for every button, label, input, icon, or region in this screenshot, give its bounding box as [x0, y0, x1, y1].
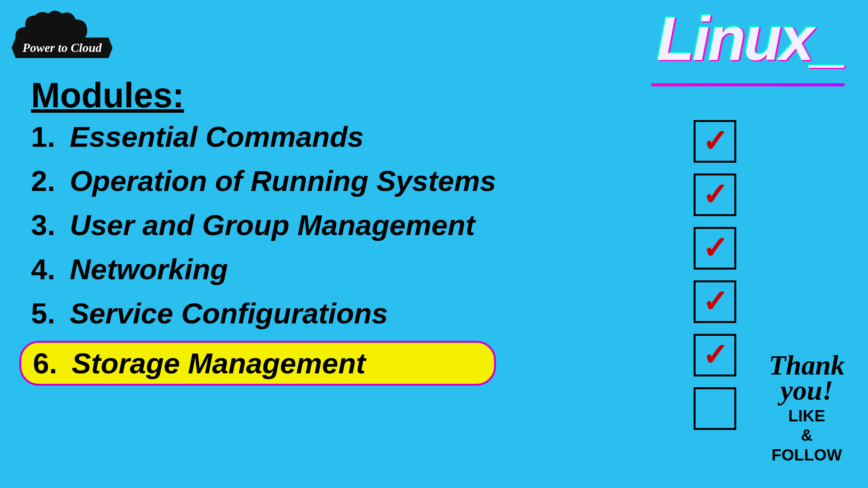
- checkbox-5: [694, 334, 736, 376]
- item-text: User and Group Management: [70, 208, 475, 242]
- logo-area: Power to Cloud: [12, 8, 120, 58]
- linux-title: Linux_: [656, 8, 845, 70]
- list-item: 4. Networking: [31, 253, 496, 286]
- item-text: Storage Management: [72, 347, 366, 380]
- item-number: 1.: [31, 120, 70, 153]
- modules-heading: Modules:: [31, 76, 184, 115]
- item-text: Service Configurations: [70, 297, 388, 330]
- list-item: 2. Operation of Running Systems: [31, 164, 496, 198]
- item-text: Essential Commands: [70, 120, 364, 153]
- item-number: 2.: [31, 164, 70, 198]
- module-list: 1. Essential Commands 2. Operation of Ru…: [31, 120, 496, 397]
- list-item: 1. Essential Commands: [31, 120, 496, 153]
- checkbox-6: [694, 387, 736, 430]
- list-item-highlighted: 6. Storage Management: [19, 341, 496, 386]
- checkbox-3: [694, 227, 736, 270]
- list-item: 5. Service Configurations: [31, 297, 496, 330]
- checkbox-2: [694, 174, 736, 216]
- item-number: 3.: [31, 208, 70, 242]
- item-number: 5.: [31, 297, 70, 330]
- thankyou-section: Thank you! LIKE & FOLLOW: [769, 353, 845, 465]
- list-item: 3. User and Group Management: [31, 208, 496, 242]
- checkbox-4: [694, 280, 736, 323]
- item-number: 6.: [33, 347, 72, 380]
- cloud-icon: Power to Cloud: [12, 8, 97, 58]
- thankyou-text: Thank you!: [769, 353, 845, 403]
- item-number: 4.: [31, 253, 70, 286]
- item-text: Operation of Running Systems: [70, 164, 496, 198]
- like-follow-text: LIKE & FOLLOW: [769, 406, 845, 465]
- item-text: Networking: [70, 253, 228, 286]
- checkboxes-column: [694, 120, 736, 430]
- checkbox-1: [694, 120, 736, 163]
- linux-underline: [651, 83, 845, 86]
- logo-text: Power to Cloud: [12, 38, 112, 58]
